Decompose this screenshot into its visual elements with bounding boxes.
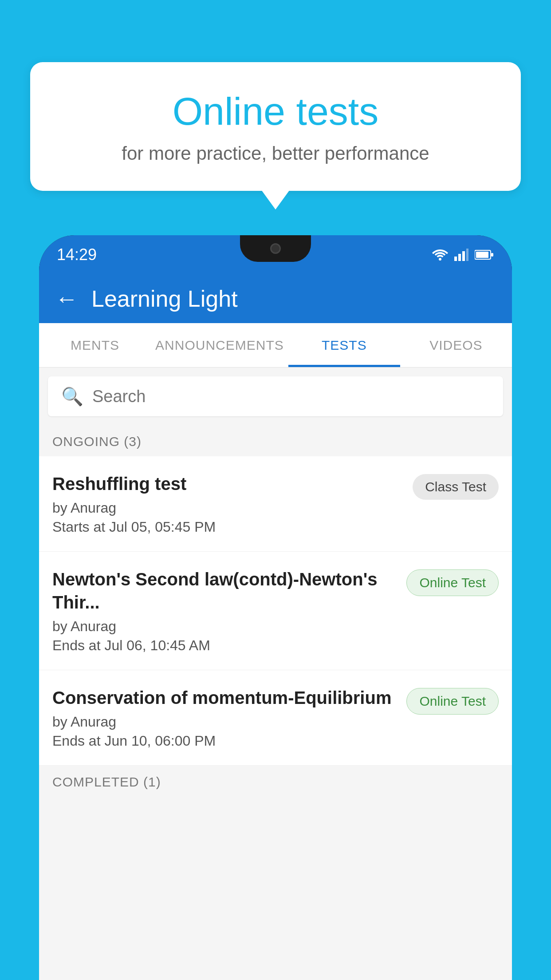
battery-icon <box>475 249 494 260</box>
wifi-icon <box>432 249 448 261</box>
svg-rect-1 <box>454 257 457 261</box>
tab-tests[interactable]: TESTS <box>288 323 400 367</box>
svg-rect-4 <box>466 249 468 261</box>
tab-videos[interactable]: VIDEOS <box>400 323 512 367</box>
test-name: Conservation of momentum-Equilibrium <box>52 686 398 709</box>
test-author: by Anurag <box>52 618 398 635</box>
camera-icon <box>270 243 281 254</box>
tab-ments[interactable]: MENTS <box>39 323 151 367</box>
ongoing-section-header: ONGOING (3) <box>39 425 512 456</box>
status-time: 14:29 <box>57 245 97 264</box>
status-bar: 14:29 <box>39 235 512 274</box>
notch <box>240 235 311 262</box>
test-name: Reshuffling test <box>52 472 404 495</box>
test-item[interactable]: Newton's Second law(contd)-Newton's Thir… <box>39 552 512 670</box>
test-author: by Anurag <box>52 500 404 516</box>
test-info: Newton's Second law(contd)-Newton's Thir… <box>52 568 398 654</box>
app-bar-title: Learning Light <box>91 285 238 312</box>
status-icons <box>432 249 494 261</box>
bubble-title: Online tests <box>57 89 494 134</box>
search-icon: 🔍 <box>61 386 83 407</box>
back-button[interactable]: ← <box>55 285 78 312</box>
search-bar[interactable]: 🔍 <box>48 376 503 416</box>
svg-rect-7 <box>476 252 488 258</box>
tabs-bar: MENTS ANNOUNCEMENTS TESTS VIDEOS <box>39 323 512 368</box>
svg-rect-6 <box>491 253 493 257</box>
test-info: Conservation of momentum-Equilibrium by … <box>52 686 398 749</box>
test-list: Reshuffling test by Anurag Starts at Jul… <box>39 456 512 766</box>
test-item[interactable]: Reshuffling test by Anurag Starts at Jul… <box>39 456 512 552</box>
speech-bubble: Online tests for more practice, better p… <box>30 62 521 191</box>
app-bar: ← Learning Light <box>39 274 512 323</box>
completed-section-header: COMPLETED (1) <box>39 766 512 797</box>
svg-point-0 <box>439 258 441 261</box>
tab-announcements[interactable]: ANNOUNCEMENTS <box>151 323 288 367</box>
svg-rect-3 <box>462 251 465 261</box>
test-badge-class: Class Test <box>413 474 499 500</box>
signal-icon <box>454 249 468 261</box>
test-author: by Anurag <box>52 714 398 730</box>
search-input[interactable] <box>92 387 490 406</box>
phone-content: 🔍 ONGOING (3) Reshuffling test by Anurag… <box>39 368 512 980</box>
test-time: Ends at Jun 10, 06:00 PM <box>52 733 398 749</box>
test-name: Newton's Second law(contd)-Newton's Thir… <box>52 568 398 614</box>
test-time: Ends at Jul 06, 10:45 AM <box>52 637 398 654</box>
bubble-subtitle: for more practice, better performance <box>57 143 494 164</box>
test-info: Reshuffling test by Anurag Starts at Jul… <box>52 472 404 535</box>
svg-rect-2 <box>458 254 461 261</box>
test-badge-online: Online Test <box>406 688 499 715</box>
phone-frame: 14:29 <box>39 235 512 980</box>
test-item[interactable]: Conservation of momentum-Equilibrium by … <box>39 670 512 766</box>
test-time: Starts at Jul 05, 05:45 PM <box>52 519 404 535</box>
test-badge-online: Online Test <box>406 569 499 596</box>
